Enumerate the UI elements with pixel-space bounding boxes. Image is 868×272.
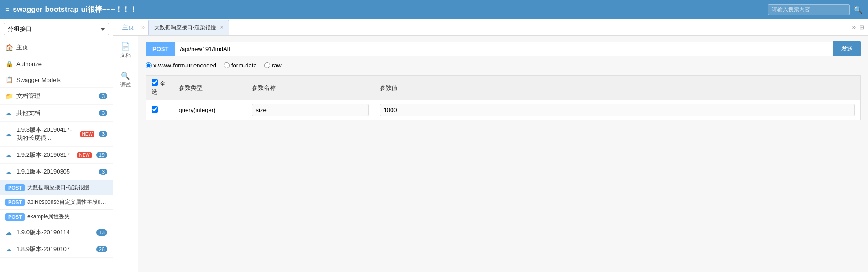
send-button[interactable]: 发送 (833, 41, 861, 56)
cloud-icon: ☁ (5, 130, 13, 138)
home-icon: 🏠 (5, 44, 13, 51)
app-title: swagger-bootstrap-ui很棒~~~！！！ (13, 5, 137, 15)
header-search: 🔍 (768, 4, 863, 15)
page-body: 📄 文档 🔍 调试 POST 发送 (113, 36, 868, 272)
sidebar-api-item-2[interactable]: POST apiResponse自定义属性字段description (0, 195, 113, 210)
badge: 13 (96, 229, 107, 236)
cloud-icon: ☁ (5, 229, 13, 236)
row-type-cell: query(integer) (173, 100, 246, 120)
sidebar-item-label: 1.9.0版本-20190114 (16, 228, 93, 236)
cloud-icon: ☁ (5, 168, 13, 175)
col-header-type: 参数类型 (173, 76, 246, 100)
table-row: query(integer) (146, 100, 861, 120)
sidebar: 分组接口 🏠 主页 🔒 Authorize 📋 Swagger Models 📁… (0, 19, 113, 272)
new-badge: NEW (80, 131, 94, 137)
sidebar-item-label: Authorize (16, 61, 107, 67)
api-name: example属性丢失 (27, 213, 109, 221)
sidebar-item-v193[interactable]: ☁ 1.9.3版本-20190417-我的长度很... NEW 3 (0, 122, 113, 147)
request-method: POST (146, 42, 175, 56)
menu-icon: ≡ (5, 6, 9, 13)
radio-formdata-label: form-data (231, 62, 257, 69)
radio-raw-input[interactable] (264, 62, 270, 68)
lock-icon: 🔒 (5, 60, 13, 67)
method-badge: POST (5, 213, 25, 221)
search-button[interactable]: 🔍 (853, 5, 863, 14)
radio-urlencoded-label: x-www-form-urlencoded (153, 62, 216, 69)
sidebar-item-label: 1.9.2版本-20190317 (16, 151, 73, 159)
sidebar-item-label: 1.9.1版本-20190305 (16, 168, 95, 176)
layout: 分组接口 🏠 主页 🔒 Authorize 📋 Swagger Models 📁… (0, 19, 868, 272)
debug-icon: 🔍 (121, 72, 130, 80)
sidebar-item-v190[interactable]: ☁ 1.9.0版本-20190114 13 (0, 224, 113, 241)
new-badge: NEW (77, 152, 91, 158)
sidebar-item-label: Swagger Models (16, 77, 107, 83)
row-check-cell (146, 100, 173, 120)
header-title: ≡ swagger-bootstrap-ui很棒~~~！！！ (5, 5, 137, 15)
param-value-input[interactable] (380, 104, 855, 116)
doc-panel-item-docs[interactable]: 📄 文档 (119, 39, 132, 62)
group-select[interactable]: 分组接口 (4, 23, 109, 35)
table-header-row: 全选 参数类型 参数名称 参数值 (146, 76, 861, 100)
sidebar-item-swagger-models[interactable]: 📋 Swagger Models (0, 72, 113, 88)
sidebar-item-authorize[interactable]: 🔒 Authorize (0, 56, 113, 72)
tab-active[interactable]: 大数据响应接口-渲染很慢 × (148, 20, 229, 35)
sidebar-item-label: 主页 (16, 43, 107, 51)
radio-urlencoded-input[interactable] (146, 62, 152, 68)
main-content: 主页 » 大数据响应接口-渲染很慢 × » ⊞ 📄 文档 🔍 调试 (113, 19, 868, 272)
url-bar: POST 发送 (146, 41, 861, 56)
close-tab-icon[interactable]: × (220, 24, 223, 31)
doc-panel-label: 调试 (120, 82, 131, 88)
tab-home[interactable]: 主页 (117, 20, 140, 35)
sidebar-api-item-3[interactable]: POST example属性丢失 (0, 210, 113, 224)
sidebar-item-label: 1.8.9版本-20190107 (16, 245, 93, 253)
sidebar-item-v192[interactable]: ☁ 1.9.2版本-20190317 NEW 19 (0, 147, 113, 164)
badge: 3 (99, 110, 107, 116)
sidebar-item-doc-manage[interactable]: 📁 文档管理 3 (0, 88, 113, 105)
radio-urlencoded[interactable]: x-www-form-urlencoded (146, 62, 216, 69)
select-all-checkbox[interactable] (152, 79, 158, 86)
row-value-cell (374, 100, 861, 120)
col-header-value: 参数值 (374, 76, 861, 100)
api-name: 大数据响应接口-渲染很慢 (27, 184, 109, 191)
badge: 19 (96, 152, 107, 158)
radio-formdata[interactable]: form-data (224, 62, 257, 69)
badge: 3 (99, 93, 107, 99)
method-badge: POST (5, 199, 25, 206)
col-header-check: 全选 (146, 76, 173, 100)
sidebar-item-v191[interactable]: ☁ 1.9.1版本-20190305 3 (0, 164, 113, 180)
sidebar-item-other-docs[interactable]: ☁ 其他文档 3 (0, 105, 113, 122)
radio-raw-label: raw (272, 62, 282, 69)
cloud-icon: ☁ (5, 151, 13, 159)
sidebar-item-v189[interactable]: ☁ 1.8.9版本-20190107 26 (0, 241, 113, 258)
list-icon: 📋 (5, 76, 13, 83)
sidebar-scroll: 🏠 主页 🔒 Authorize 📋 Swagger Models 📁 文档管理… (0, 39, 113, 272)
search-input[interactable] (768, 4, 850, 15)
select-all-label[interactable]: 全选 (152, 80, 166, 95)
doc-panel: 📄 文档 🔍 调试 (113, 36, 138, 272)
cloud-icon: ☁ (5, 109, 13, 117)
method-badge: POST (5, 184, 25, 191)
api-name: apiResponse自定义属性字段description (27, 198, 109, 206)
doc-panel-label: 文档 (120, 52, 131, 59)
params-table: 全选 参数类型 参数名称 参数值 (146, 75, 861, 120)
tabs-right: » ⊞ (852, 24, 864, 31)
sidebar-item-label: 1.9.3版本-20190417-我的长度很... (16, 126, 77, 142)
url-input[interactable] (175, 42, 833, 56)
badge: 3 (99, 131, 107, 137)
header: ≡ swagger-bootstrap-ui很棒~~~！！！ 🔍 (0, 0, 868, 19)
col-header-name: 参数名称 (246, 76, 374, 100)
param-name-input[interactable] (252, 104, 369, 116)
sidebar-api-item-1[interactable]: POST 大数据响应接口-渲染很慢 (0, 180, 113, 195)
document-icon: 📄 (121, 42, 130, 51)
tab-label: 大数据响应接口-渲染很慢 (154, 24, 216, 31)
tabs-more-icon[interactable]: » (852, 24, 856, 31)
badge: 26 (96, 246, 107, 252)
badge: 3 (99, 169, 107, 175)
tabs-grid-icon[interactable]: ⊞ (859, 24, 864, 31)
sidebar-item-home[interactable]: 🏠 主页 (0, 39, 113, 56)
radio-formdata-input[interactable] (224, 62, 230, 68)
row-checkbox[interactable] (152, 106, 158, 113)
doc-panel-item-debug[interactable]: 🔍 调试 (119, 69, 132, 91)
row-name-cell (246, 100, 374, 120)
radio-raw[interactable]: raw (264, 62, 282, 69)
